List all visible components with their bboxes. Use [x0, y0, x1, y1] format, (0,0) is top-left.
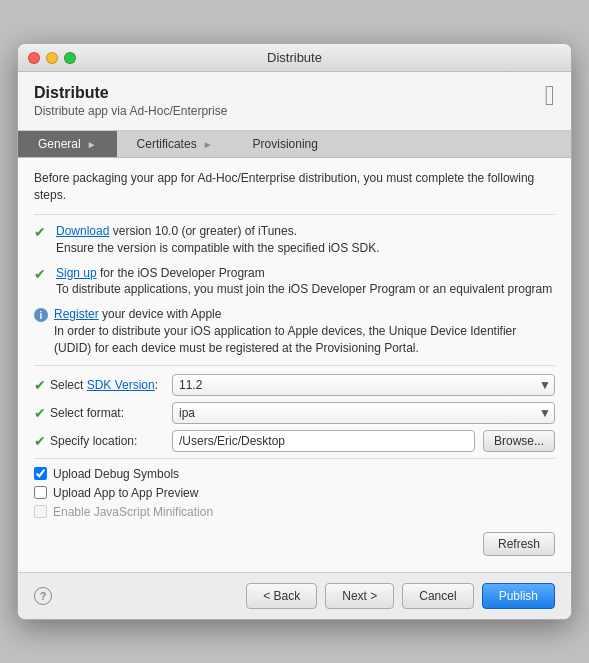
step-1-link[interactable]: Download: [56, 224, 109, 238]
steps-section: ✔ Download version 10.0 (or greater) of …: [34, 214, 555, 357]
tab-certificates[interactable]: Certificates ►: [117, 131, 233, 157]
titlebar-buttons: [28, 52, 76, 64]
footer-buttons: < Back Next > Cancel Publish: [246, 583, 555, 609]
step-2: ✔ Sign up for the iOS Developer Program …: [34, 265, 555, 299]
tab-provisioning[interactable]: Provisioning: [233, 131, 338, 157]
tab-certificates-arrow: ►: [203, 139, 213, 150]
refresh-button[interactable]: Refresh: [483, 532, 555, 556]
main-window: Distribute Distribute Distribute app via…: [17, 43, 572, 619]
sdk-label-area: ✔ Select SDK Version:: [34, 377, 164, 393]
apple-logo-icon: : [545, 80, 555, 112]
step-2-link[interactable]: Sign up: [56, 266, 97, 280]
tab-provisioning-label: Provisioning: [253, 137, 318, 151]
app-preview-checkbox[interactable]: [34, 486, 47, 499]
info-icon: i: [34, 308, 48, 322]
step-3-subtext: In order to distribute your iOS applicat…: [54, 323, 555, 357]
tab-general-arrow: ►: [87, 139, 97, 150]
sdk-row: ✔ Select SDK Version: 11.2 ▼: [34, 374, 555, 396]
intro-text: Before packaging your app for Ad-Hoc/Ent…: [34, 170, 555, 204]
format-label-area: ✔ Select format:: [34, 405, 164, 421]
footer: ? < Back Next > Cancel Publish: [18, 572, 571, 619]
location-row: ✔ Specify location: Browse...: [34, 430, 555, 452]
help-icon[interactable]: ?: [34, 587, 52, 605]
location-input[interactable]: [172, 430, 475, 452]
next-button[interactable]: Next >: [325, 583, 394, 609]
close-button[interactable]: [28, 52, 40, 64]
format-select-wrapper: ipa ▼: [172, 402, 555, 424]
minimize-button[interactable]: [46, 52, 58, 64]
step-1-link-rest: version 10.0 (or greater) of iTunes.: [109, 224, 297, 238]
tabs-bar: General ► Certificates ► Provisioning: [18, 131, 571, 158]
step-2-subtext: To distribute applications, you must joi…: [56, 281, 552, 298]
back-button[interactable]: < Back: [246, 583, 317, 609]
step-3-link[interactable]: Register: [54, 307, 99, 321]
js-minify-checkbox[interactable]: [34, 505, 47, 518]
sdk-version-link[interactable]: SDK Version: [87, 378, 155, 392]
step-1-text: Download version 10.0 (or greater) of iT…: [56, 223, 379, 257]
maximize-button[interactable]: [64, 52, 76, 64]
step-2-text: Sign up for the iOS Developer Program To…: [56, 265, 552, 299]
sdk-select[interactable]: 11.2: [172, 374, 555, 396]
format-select[interactable]: ipa: [172, 402, 555, 424]
check-icon-location: ✔: [34, 433, 46, 449]
titlebar: Distribute: [18, 44, 571, 72]
header: Distribute Distribute app via Ad-Hoc/Ent…: [18, 72, 571, 131]
tab-general-label: General: [38, 137, 81, 151]
debug-symbols-label: Upload Debug Symbols: [53, 467, 179, 481]
check-icon-sdk: ✔: [34, 377, 46, 393]
location-label-area: ✔ Specify location:: [34, 433, 164, 449]
step-2-link-rest: for the iOS Developer Program: [97, 266, 265, 280]
check-icon-format: ✔: [34, 405, 46, 421]
check-icon-2: ✔: [34, 266, 50, 282]
js-minify-label: Enable JavaScript Minification: [53, 505, 213, 519]
step-3-link-rest: your device with Apple: [99, 307, 222, 321]
format-row: ✔ Select format: ipa ▼: [34, 402, 555, 424]
sdk-label: Select SDK Version:: [50, 378, 158, 392]
debug-symbols-checkbox[interactable]: [34, 467, 47, 480]
checkbox-js-row: Enable JavaScript Minification: [34, 505, 555, 519]
step-3-text: Register your device with Apple In order…: [54, 306, 555, 356]
check-icon-1: ✔: [34, 224, 50, 240]
browse-button[interactable]: Browse...: [483, 430, 555, 452]
location-label: Specify location:: [50, 434, 137, 448]
tab-certificates-label: Certificates: [137, 137, 197, 151]
publish-button[interactable]: Publish: [482, 583, 555, 609]
refresh-area: Refresh: [34, 524, 555, 560]
step-1: ✔ Download version 10.0 (or greater) of …: [34, 223, 555, 257]
checkboxes-section: Upload Debug Symbols Upload App to App P…: [34, 458, 555, 519]
form-section: ✔ Select SDK Version: 11.2 ▼ ✔ Select fo…: [34, 365, 555, 452]
header-title: Distribute: [34, 84, 227, 102]
window-title: Distribute: [267, 50, 322, 65]
app-preview-label: Upload App to App Preview: [53, 486, 198, 500]
checkbox-debug-row: Upload Debug Symbols: [34, 467, 555, 481]
content-area: Before packaging your app for Ad-Hoc/Ent…: [18, 158, 571, 571]
format-label: Select format:: [50, 406, 124, 420]
header-subtitle: Distribute app via Ad-Hoc/Enterprise: [34, 104, 227, 118]
step-3: i Register your device with Apple In ord…: [34, 306, 555, 356]
checkbox-preview-row: Upload App to App Preview: [34, 486, 555, 500]
tab-general[interactable]: General ►: [18, 131, 117, 157]
cancel-button[interactable]: Cancel: [402, 583, 473, 609]
step-1-subtext: Ensure the version is compatible with th…: [56, 240, 379, 257]
header-text: Distribute Distribute app via Ad-Hoc/Ent…: [34, 84, 227, 118]
sdk-select-wrapper: 11.2 ▼: [172, 374, 555, 396]
